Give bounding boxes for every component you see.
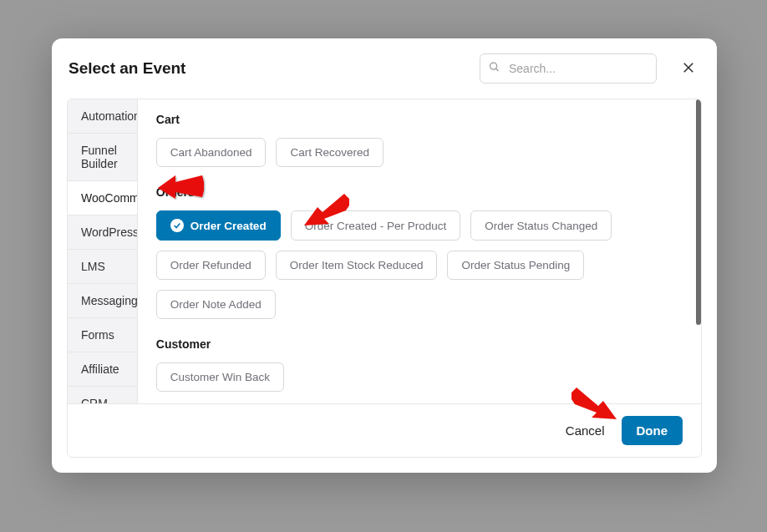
pill-row-customer: Customer Win Back xyxy=(156,362,683,392)
pill-row-orders: Order Created Order Created - Per Produc… xyxy=(156,210,683,319)
pill-row-cart: Cart Abandoned Cart Recovered xyxy=(156,138,683,167)
event-order-created-per-product[interactable]: Order Created - Per Product xyxy=(291,210,461,241)
pill-label: Order Item Stock Reduced xyxy=(290,259,424,271)
modal-body: Automations Funnel Builder WooCommerce W… xyxy=(67,99,702,403)
sidebar-item-crm[interactable]: CRM xyxy=(68,387,137,403)
sidebar-item-label: Automations xyxy=(81,109,138,123)
sidebar-item-woocommerce[interactable]: WooCommerce xyxy=(68,181,138,215)
pill-label: Order Note Added xyxy=(170,298,262,311)
sidebar-item-label: WooCommerce xyxy=(81,191,138,205)
pill-label: Order Created - Per Product xyxy=(305,220,447,232)
event-cart-recovered[interactable]: Cart Recovered xyxy=(276,138,384,167)
sidebar-item-label: Funnel Builder xyxy=(81,144,118,170)
sidebar-item-label: Messaging xyxy=(81,294,138,307)
event-order-item-stock-reduced[interactable]: Order Item Stock Reduced xyxy=(276,251,438,280)
close-icon xyxy=(681,60,696,78)
sidebar-item-wordpress[interactable]: WordPress xyxy=(68,215,137,250)
section-title-customer: Customer xyxy=(156,337,683,351)
event-customer-win-back[interactable]: Customer Win Back xyxy=(156,362,284,392)
search-input[interactable] xyxy=(480,53,657,84)
sidebar-item-lms[interactable]: LMS xyxy=(68,250,137,284)
sidebar-item-label: CRM xyxy=(81,397,108,403)
event-order-status-changed[interactable]: Order Status Changed xyxy=(470,210,612,241)
sidebar-item-forms[interactable]: Forms xyxy=(68,318,137,352)
sidebar: Automations Funnel Builder WooCommerce W… xyxy=(68,99,138,403)
section-title-orders: Orders xyxy=(156,185,683,199)
sidebar-item-label: Affiliate xyxy=(81,362,119,376)
sidebar-item-messaging[interactable]: Messaging xyxy=(68,284,137,318)
sidebar-item-label: WordPress xyxy=(81,225,138,239)
content-panel: Cart Cart Abandoned Cart Recovered Order… xyxy=(138,99,701,403)
sidebar-item-automations[interactable]: Automations xyxy=(68,99,137,134)
search-wrap xyxy=(480,53,657,84)
pill-label: Order Status Pending xyxy=(461,259,570,271)
sidebar-item-funnel-builder[interactable]: Funnel Builder xyxy=(68,134,137,181)
event-cart-abandoned[interactable]: Cart Abandoned xyxy=(156,138,267,167)
event-order-note-added[interactable]: Order Note Added xyxy=(156,290,276,319)
cancel-button[interactable]: Cancel xyxy=(566,423,605,438)
pill-label: Customer Win Back xyxy=(170,371,270,383)
section-title-cart: Cart xyxy=(156,113,683,126)
sidebar-item-label: Forms xyxy=(81,328,114,342)
check-icon xyxy=(170,219,184,232)
modal-footer: Cancel Done xyxy=(67,403,702,458)
pill-label: Order Created xyxy=(190,220,267,232)
pill-label: Cart Recovered xyxy=(290,146,369,159)
close-button[interactable] xyxy=(677,57,700,80)
sidebar-item-label: LMS xyxy=(81,260,105,273)
event-order-created[interactable]: Order Created xyxy=(156,210,281,241)
done-button[interactable]: Done xyxy=(622,416,683,445)
pill-label: Order Status Changed xyxy=(485,220,597,232)
select-event-modal: Select an Event Automations Funnel Build… xyxy=(52,38,717,473)
event-order-refunded[interactable]: Order Refunded xyxy=(156,251,266,280)
modal-title: Select an Event xyxy=(69,59,185,78)
event-order-status-pending[interactable]: Order Status Pending xyxy=(447,251,584,280)
pill-label: Order Refunded xyxy=(170,259,251,271)
pill-label: Cart Abandoned xyxy=(170,146,252,159)
modal-header: Select an Event xyxy=(52,38,717,99)
sidebar-item-affiliate[interactable]: Affiliate xyxy=(68,352,137,387)
content-scrollbar[interactable] xyxy=(696,99,701,325)
